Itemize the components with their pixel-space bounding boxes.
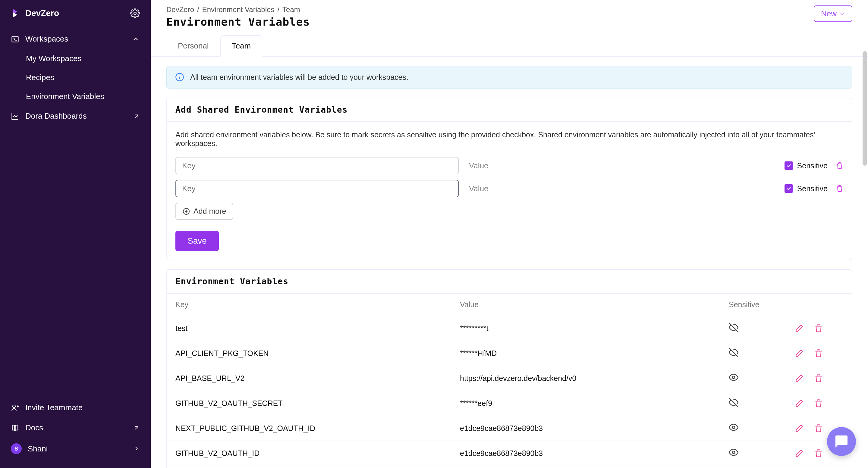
- col-value: Value: [460, 300, 729, 309]
- env-key: API_BASE_URL_V2: [176, 374, 460, 383]
- env-value: *********t: [460, 324, 729, 333]
- sidebar-item-my-workspaces[interactable]: My Workspaces: [0, 49, 151, 68]
- svg-point-7: [733, 451, 735, 454]
- breadcrumb: DevZero/ Environment Variables/ Team: [166, 5, 310, 14]
- sidebar-section-workspaces[interactable]: Workspaces: [0, 29, 151, 49]
- env-vars-card-title: Environment Variables: [167, 270, 852, 294]
- save-button[interactable]: Save: [176, 231, 219, 251]
- env-input-row: Value Sensitive: [176, 157, 843, 174]
- add-env-desc: Add shared environment variables below. …: [176, 130, 843, 148]
- logo[interactable]: DevZero: [11, 8, 59, 18]
- table-row: NEXT_PUBLIC_GITHUB_V2_OAUTH_IDe1dce9cae8…: [167, 416, 852, 441]
- table-row: GITHUB_V2_OAUTH_IDe1dce9cae86873e890b3: [167, 441, 852, 466]
- eye-icon[interactable]: [729, 372, 738, 382]
- add-more-button[interactable]: Add more: [176, 203, 233, 220]
- external-link-icon: [133, 425, 140, 431]
- user-plus-icon: [11, 404, 19, 412]
- table-header: Key Value Sensitive: [167, 294, 852, 316]
- sensitive-label: Sensitive: [797, 184, 828, 193]
- env-key: API_CLIENT_PKG_TOKEN: [176, 349, 460, 358]
- key-input[interactable]: [176, 157, 459, 174]
- invite-teammate[interactable]: Invite Teammate: [0, 398, 151, 418]
- trash-icon[interactable]: [814, 374, 823, 382]
- trash-icon[interactable]: [814, 449, 823, 458]
- terminal-icon: [11, 35, 19, 43]
- sensitive-checkbox[interactable]: [784, 161, 793, 170]
- trash-icon[interactable]: [836, 162, 843, 169]
- tabs: Personal Team: [151, 35, 868, 57]
- check-icon: [786, 163, 792, 168]
- env-key: GITHUB_V2_OAUTH_ID: [176, 449, 460, 458]
- trash-icon[interactable]: [814, 399, 823, 407]
- col-sensitive: Sensitive: [729, 300, 795, 309]
- header: DevZero/ Environment Variables/ Team Env…: [151, 0, 868, 28]
- edit-icon[interactable]: [795, 374, 804, 382]
- eye-off-icon[interactable]: [729, 347, 738, 357]
- scrollbar[interactable]: [863, 51, 867, 166]
- value-input[interactable]: Value: [468, 184, 751, 193]
- tab-personal[interactable]: Personal: [166, 35, 220, 56]
- trash-icon[interactable]: [836, 185, 843, 192]
- edit-icon[interactable]: [795, 424, 804, 432]
- eye-icon[interactable]: [729, 447, 738, 457]
- env-value: ******HfMD: [460, 349, 729, 358]
- external-link-icon: [133, 113, 140, 120]
- sidebar-header: DevZero: [0, 8, 151, 29]
- table-row: GITHUB_V2_OAUTH_SECRET******eef9: [167, 391, 852, 416]
- value-input[interactable]: Value: [468, 161, 751, 170]
- chevron-down-icon: [839, 11, 845, 17]
- env-input-row: Value Sensitive: [176, 180, 843, 197]
- docs-link[interactable]: Docs: [0, 418, 151, 438]
- table-row: API_CLIENT_PKG_TOKEN******HfMD: [167, 341, 852, 366]
- trash-icon[interactable]: [814, 349, 823, 358]
- banner-text: All team environment variables will be a…: [190, 73, 408, 81]
- info-icon: [175, 73, 184, 81]
- env-value: https://api.devzero.dev/backend/v0: [460, 374, 729, 383]
- breadcrumb-item[interactable]: Environment Variables: [202, 5, 275, 14]
- chevron-up-icon: [131, 35, 140, 43]
- env-value: e1dce9cae86873e890b3: [460, 424, 729, 433]
- eye-off-icon[interactable]: [729, 323, 738, 332]
- info-banner: All team environment variables will be a…: [166, 66, 852, 89]
- sidebar-section-label: Dora Dashboards: [25, 111, 87, 121]
- eye-icon[interactable]: [729, 423, 738, 432]
- sidebar-item-env-vars[interactable]: Environment Variables: [0, 87, 151, 106]
- tab-team[interactable]: Team: [220, 35, 262, 57]
- edit-icon[interactable]: [795, 449, 804, 458]
- page-title: Environment Variables: [166, 16, 310, 28]
- eye-off-icon[interactable]: [729, 398, 738, 407]
- sensitive-checkbox[interactable]: [784, 184, 793, 193]
- env-key: test: [176, 324, 460, 333]
- table-row: API_BASE_URL_V2https://api.devzero.dev/b…: [167, 366, 852, 391]
- chat-icon: [834, 434, 849, 449]
- key-input[interactable]: [176, 180, 459, 197]
- check-icon: [786, 186, 792, 191]
- sidebar-section-label: Workspaces: [25, 34, 68, 44]
- content: All team environment variables will be a…: [151, 57, 868, 468]
- gear-icon[interactable]: [130, 8, 140, 18]
- breadcrumb-item[interactable]: DevZero: [166, 5, 194, 14]
- trash-icon[interactable]: [814, 424, 823, 432]
- chat-widget[interactable]: [827, 427, 856, 456]
- new-button[interactable]: New: [814, 5, 852, 22]
- table-row: NEXTAUTH_URLhttps://devzero.io/api/auth: [167, 466, 852, 468]
- sidebar-nav: Workspaces My Workspaces Recipes Environ…: [0, 29, 151, 398]
- breadcrumb-item[interactable]: Team: [282, 5, 300, 14]
- env-key: GITHUB_V2_OAUTH_SECRET: [176, 399, 460, 408]
- sidebar-section-dora[interactable]: Dora Dashboards: [0, 106, 151, 126]
- sidebar-bottom: Invite Teammate Docs S Shani: [0, 398, 151, 460]
- trash-icon[interactable]: [814, 324, 823, 332]
- sidebar-item-recipes[interactable]: Recipes: [0, 68, 151, 87]
- edit-icon[interactable]: [795, 399, 804, 407]
- book-icon: [11, 424, 19, 432]
- edit-icon[interactable]: [795, 349, 804, 358]
- logo-icon: [11, 8, 21, 18]
- plus-circle-icon: [183, 208, 190, 215]
- user-menu[interactable]: S Shani: [0, 438, 151, 460]
- svg-point-0: [134, 12, 136, 14]
- avatar: S: [11, 443, 22, 454]
- chevron-right-icon: [133, 445, 140, 452]
- add-env-card: Add Shared Environment Variables Add sha…: [166, 98, 852, 260]
- svg-point-5: [733, 376, 735, 378]
- edit-icon[interactable]: [795, 324, 804, 332]
